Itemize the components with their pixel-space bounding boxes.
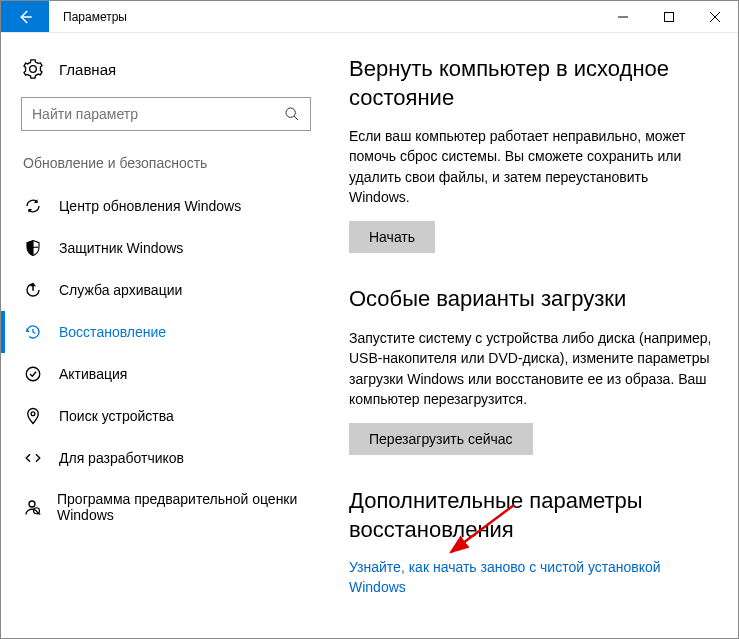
home-link[interactable]: Главная <box>1 53 331 97</box>
refresh-icon <box>23 197 43 215</box>
svg-point-10 <box>26 367 40 381</box>
nav-item-activation[interactable]: Активация <box>1 353 331 395</box>
titlebar: Параметры <box>1 1 738 33</box>
maximize-icon <box>664 12 674 22</box>
minimize-icon <box>618 12 628 22</box>
sidebar-category: Обновление и безопасность <box>1 149 331 185</box>
svg-line-14 <box>39 513 41 515</box>
check-circle-icon <box>23 365 43 383</box>
search-icon <box>284 106 300 122</box>
nav-label: Активация <box>59 366 127 382</box>
nav-label: Программа предварительной оценки Windows <box>57 491 311 523</box>
arrow-left-icon <box>16 8 34 26</box>
more-recovery-heading: Дополнительные параметры восстановления <box>349 487 712 544</box>
maximize-button[interactable] <box>646 1 692 32</box>
sidebar: Главная Обновление и безопасность Центр … <box>1 33 331 638</box>
reset-heading: Вернуть компьютер в исходное состояние <box>349 55 712 112</box>
history-icon <box>23 323 43 341</box>
body: Главная Обновление и безопасность Центр … <box>1 33 738 638</box>
nav-item-find-device[interactable]: Поиск устройства <box>1 395 331 437</box>
shield-icon <box>23 239 43 257</box>
advanced-startup-section: Особые варианты загрузки Запустите систе… <box>349 285 712 487</box>
restart-now-button[interactable]: Перезагрузить сейчас <box>349 423 533 455</box>
fresh-start-link[interactable]: Узнайте, как начать заново с чистой уста… <box>349 558 712 597</box>
nav-item-windows-update[interactable]: Центр обновления Windows <box>1 185 331 227</box>
reset-section: Вернуть компьютер в исходное состояние Е… <box>349 55 712 285</box>
close-icon <box>710 12 720 22</box>
advanced-heading: Особые варианты загрузки <box>349 285 712 314</box>
nav-item-developers[interactable]: Для разработчиков <box>1 437 331 479</box>
gear-icon <box>23 59 43 79</box>
code-icon <box>23 449 43 467</box>
nav-label: Восстановление <box>59 324 166 340</box>
nav-item-defender[interactable]: Защитник Windows <box>1 227 331 269</box>
search-input[interactable] <box>32 106 284 122</box>
settings-window: Параметры Главная Обновление и безопас <box>0 0 739 639</box>
more-recovery-section: Дополнительные параметры восстановления … <box>349 487 712 597</box>
nav-label: Защитник Windows <box>59 240 183 256</box>
content: Вернуть компьютер в исходное состояние Е… <box>331 33 738 638</box>
svg-line-15 <box>451 505 514 552</box>
reset-button[interactable]: Начать <box>349 221 435 253</box>
search-box[interactable] <box>21 97 311 131</box>
location-icon <box>23 407 43 425</box>
svg-point-12 <box>29 501 35 507</box>
window-controls <box>600 1 738 32</box>
reset-body: Если ваш компьютер работает неправильно,… <box>349 126 712 207</box>
insider-icon <box>23 498 41 516</box>
nav-label: Центр обновления Windows <box>59 198 241 214</box>
svg-line-6 <box>294 116 298 120</box>
svg-rect-2 <box>665 12 674 21</box>
upload-icon <box>23 281 43 299</box>
nav-label: Для разработчиков <box>59 450 184 466</box>
close-button[interactable] <box>692 1 738 32</box>
annotation-arrow-icon <box>439 500 519 560</box>
window-title: Параметры <box>49 1 127 32</box>
advanced-body: Запустите систему с устройства либо диск… <box>349 328 712 409</box>
svg-point-11 <box>31 412 35 416</box>
nav-label: Служба архивации <box>59 282 182 298</box>
nav-item-backup[interactable]: Служба архивации <box>1 269 331 311</box>
back-button[interactable] <box>1 1 49 32</box>
minimize-button[interactable] <box>600 1 646 32</box>
nav-label: Поиск устройства <box>59 408 174 424</box>
home-label: Главная <box>59 61 116 78</box>
svg-point-5 <box>286 108 295 117</box>
nav-item-recovery[interactable]: Восстановление <box>1 311 331 353</box>
sidebar-nav: Центр обновления Windows Защитник Window… <box>1 185 331 535</box>
nav-item-insider[interactable]: Программа предварительной оценки Windows <box>1 479 331 535</box>
